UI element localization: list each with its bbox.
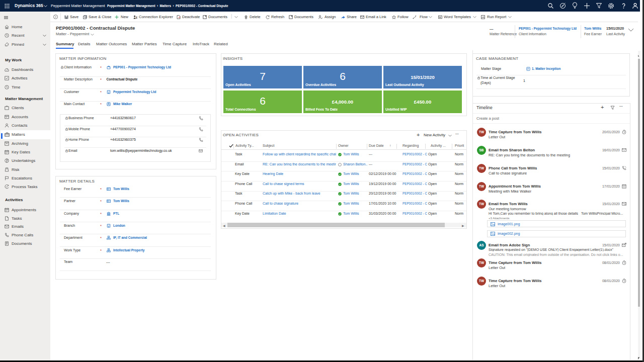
svg-text:E: E bbox=[136, 16, 137, 19]
